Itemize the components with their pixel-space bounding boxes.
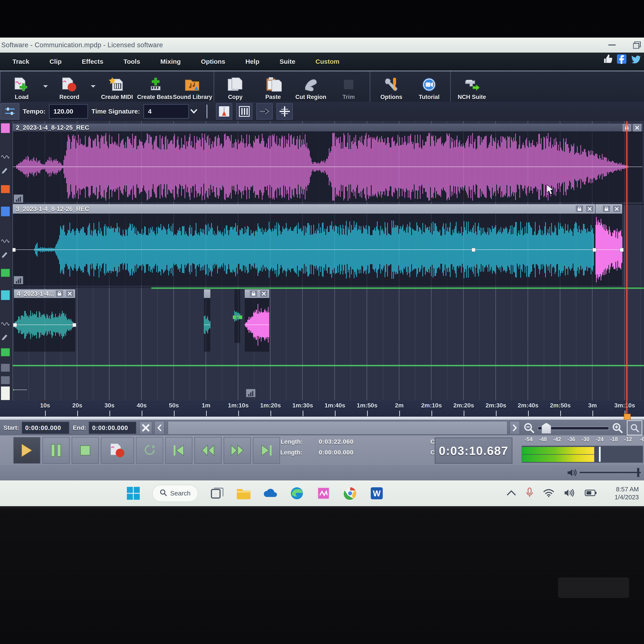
options-button[interactable]: Options <box>372 71 410 102</box>
speaker-icon[interactable] <box>567 468 577 479</box>
time-signature-select[interactable]: 4 <box>143 104 189 119</box>
menu-item-tools[interactable]: Tools <box>122 58 142 65</box>
pause-button[interactable] <box>43 437 70 464</box>
wifi-tray-icon[interactable] <box>543 489 554 498</box>
skip-start-button[interactable] <box>165 437 192 464</box>
close-icon[interactable] <box>66 290 74 297</box>
clip-selection-handle[interactable] <box>238 315 242 319</box>
timeline-ruler[interactable]: 10s20s30s40s50s1m1m:10s1m:20s1m:30s1m:40… <box>0 400 644 420</box>
menu-item-help[interactable]: Help <box>244 58 261 65</box>
scroll-left-button[interactable] <box>154 421 165 435</box>
facebook-icon[interactable] <box>617 54 626 65</box>
close-icon[interactable] <box>260 290 268 297</box>
clip-meter-icon[interactable] <box>246 389 255 397</box>
speaker-tray-icon[interactable] <box>564 488 575 498</box>
white-panel[interactable] <box>1 386 10 400</box>
slot-chip[interactable] <box>1 376 10 384</box>
battery-tray-icon[interactable] <box>585 490 597 497</box>
start-button[interactable] <box>126 486 141 501</box>
record-button[interactable]: Record <box>50 71 88 102</box>
slot-chip[interactable] <box>1 364 10 372</box>
lock-icon[interactable] <box>575 205 583 213</box>
record-button[interactable] <box>101 437 134 464</box>
audio-clip[interactable]: 4_2023-1-4... <box>14 289 75 352</box>
load-dropdown-icon[interactable] <box>41 85 50 88</box>
task-view-taskbar-icon[interactable] <box>209 486 225 501</box>
mixer-icon[interactable] <box>0 103 19 120</box>
playhead-line[interactable] <box>626 121 627 400</box>
lock-icon[interactable] <box>249 290 258 297</box>
track-color-chip[interactable] <box>1 290 10 300</box>
create-beats-button[interactable]: Create Beats <box>136 71 174 102</box>
close-icon[interactable] <box>633 124 641 131</box>
play-button[interactable] <box>13 437 40 464</box>
grid-icon[interactable] <box>236 103 252 120</box>
clip-meter-icon[interactable] <box>14 194 23 203</box>
microphone-tray-icon[interactable] <box>526 488 533 499</box>
clip-meter-icon[interactable] <box>14 276 23 284</box>
restore-button[interactable] <box>632 41 642 49</box>
nch-suite-button[interactable]: NCH Suite <box>453 71 491 102</box>
zoom-slider-knob[interactable] <box>541 423 551 434</box>
pen-tool-icon[interactable] <box>1 250 9 258</box>
wave-tool-icon[interactable] <box>1 153 9 161</box>
copy-button[interactable]: Copy <box>216 71 254 102</box>
audio-clip[interactable]: 3_2023-1-4_8-12-26_REC <box>13 204 595 286</box>
search-box[interactable]: Search <box>152 485 198 502</box>
sound-library-button[interactable]: Sound Library <box>174 71 211 102</box>
word-taskbar-icon[interactable]: W <box>369 486 384 501</box>
rewind-button[interactable] <box>194 437 222 464</box>
volume-slider[interactable] <box>580 472 641 473</box>
clear-selection-button[interactable] <box>139 421 152 434</box>
zoom-in-button[interactable] <box>611 421 624 434</box>
audio-clip[interactable] <box>245 289 269 352</box>
onedrive-taskbar-icon[interactable] <box>263 486 278 501</box>
clip-fade-handle[interactable] <box>472 248 475 252</box>
menu-item-effects[interactable]: Effects <box>80 58 105 65</box>
menu-item-custom[interactable]: Custom <box>314 58 341 65</box>
clip-header[interactable] <box>595 204 622 214</box>
time-signature-chevron-icon[interactable] <box>189 109 199 114</box>
track-color-chip[interactable] <box>1 207 10 216</box>
lock-icon[interactable] <box>55 290 64 297</box>
menu-item-suite[interactable]: Suite <box>278 58 297 65</box>
scroll-right-button[interactable] <box>510 421 520 435</box>
playhead-handle[interactable] <box>624 414 631 420</box>
clip-fade-handle[interactable] <box>592 248 596 252</box>
clip-header[interactable] <box>245 289 269 298</box>
menu-item-clip[interactable]: Clip <box>48 58 63 65</box>
clip-fade-handle[interactable] <box>620 248 624 252</box>
chrome-taskbar-icon[interactable] <box>342 486 358 501</box>
zoom-out-button[interactable] <box>522 421 535 434</box>
clip-header[interactable] <box>204 289 210 298</box>
snap-icon[interactable] <box>256 103 273 120</box>
load-button[interactable]: Load <box>3 71 41 102</box>
like-icon[interactable] <box>603 54 612 65</box>
close-icon[interactable] <box>586 205 594 213</box>
clip-header[interactable]: 3_2023-1-4_8-12-26_REC <box>13 204 595 214</box>
automation-line[interactable] <box>151 288 644 289</box>
tutorial-button[interactable]: Tutorial <box>410 71 448 102</box>
menu-item-mixing[interactable]: Mixing <box>159 58 182 65</box>
metronome-icon[interactable] <box>216 103 232 120</box>
level-chip[interactable] <box>1 348 10 356</box>
loop-button[interactable] <box>136 437 163 464</box>
minimize-button[interactable] <box>607 41 617 49</box>
menu-item-options[interactable]: Options <box>199 58 227 65</box>
track-color-chip[interactable] <box>1 123 10 133</box>
file-explorer-taskbar-icon[interactable] <box>236 486 251 501</box>
paste-button[interactable]: Paste <box>254 71 292 102</box>
edge-taskbar-icon[interactable] <box>289 486 305 501</box>
mixpad-taskbar-icon[interactable] <box>316 486 331 501</box>
chevron-up-tray-icon[interactable] <box>507 490 516 497</box>
taskbar-clock[interactable]: 8:57 AM 1/4/2023 <box>615 480 639 506</box>
clip-fade-handle[interactable] <box>72 323 76 327</box>
selection-end-input[interactable]: 0:00:00.000 <box>89 422 136 434</box>
level-chip[interactable] <box>1 269 10 277</box>
wave-tool-icon[interactable] <box>1 320 9 328</box>
volume-slider-knob[interactable] <box>637 468 639 477</box>
create-midi-button[interactable]: Create MIDI <box>98 71 136 102</box>
pen-tool-icon[interactable] <box>1 166 9 173</box>
twitter-icon[interactable] <box>631 55 641 64</box>
automation-line[interactable] <box>12 365 644 366</box>
